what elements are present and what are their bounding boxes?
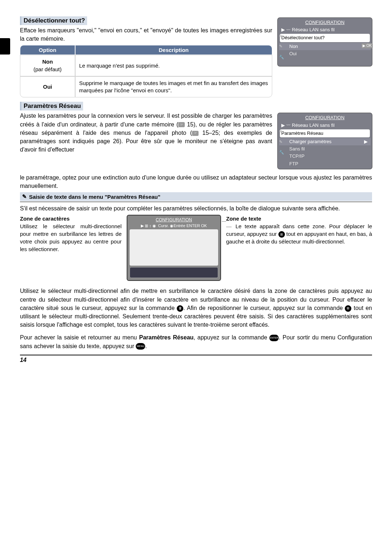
menu1-title: CONFIGURATION [279,19,371,26]
menu-icon: MENU [136,343,145,350]
network-body2: le paramétrage, optez pour une extinctio… [20,173,372,190]
desc-oui: Supprime le marquage de toutes les image… [75,76,272,98]
menu2-sub: ▶ 〰 Réseau LAN sans fil [279,122,371,129]
network-body1: Ajuste les paramètres pour la connexion … [20,112,272,154]
opt-non-bold: Non [42,59,53,65]
menu2-inner: Paramètres Réseau [280,129,370,137]
note-title-text: Saisie de texte dans le menu "Paramètres… [29,194,160,200]
entry-text-area [130,267,218,278]
camera-menu-deselect: CONFIGURATION ▶ 〰 Réseau LAN sans fil Dé… [278,18,372,66]
zone-char-title: Zone de caractères [20,215,70,222]
menu2-item-tcpip: TCP/IP [279,153,371,160]
menu2-item-load: Charger paramètres▶ [279,138,371,145]
note-intro: S'il est nécessaire de saisir un texte p… [20,204,372,213]
opt-non-sub: (par défaut) [33,66,62,72]
text-entry-dialog: CONFIGURATION ▶ ⊞ ↕ ◉ Cursr. ◉Entrée ENT… [127,215,221,281]
heading-deselect: Désélectionner tout? [20,16,87,25]
note-body4: Pour achever la saisie et retourner au m… [20,333,372,350]
opt-oui: Oui [20,76,75,98]
menu1-sub: ▶ 〰 Réseau LAN sans fil [279,27,371,33]
bold-params: Paramètres Réseau [139,334,193,340]
thumb-icon-2: ⊞ [345,305,351,312]
heading-network: Paramètres Réseau [20,102,83,110]
menu2-item-wifi: Sans fil [279,145,371,153]
options-table: Option Description Non (par défaut) Le m… [20,45,272,97]
deselect-body: Efface les marqueurs "envoi," "envoi en … [20,26,272,43]
th-description: Description [75,45,272,55]
th-option: Option [20,45,75,55]
menu1-inner: Désélectionner tout? [280,34,370,42]
enter-icon: ENTER [269,335,279,341]
ok-badge: ▶ OK [362,43,373,48]
zone-char-body: Utilisez le sélecteur multi-directionnel… [20,223,122,252]
menu2-side-icons: ◉✎🔧 [279,128,284,155]
menu1-item-oui: Oui [279,50,371,57]
page-ref-icon-2: ☞ [192,131,199,136]
side-tab [0,38,10,55]
entry-char-area [130,229,218,266]
desc-non: Le marquage n'est pas supprimé. [75,55,272,76]
zone-text-title: Zone de texte [226,215,261,222]
page-ref-icon: ☞ [178,122,185,127]
zone-text-body: Le texte apparaît dans cette zone. Pour … [226,223,372,245]
menu2-title: CONFIGURATION [279,114,371,121]
camera-menu-network: CONFIGURATION ▶ 〰 Réseau LAN sans fil Pa… [278,113,372,169]
menu1-item-non: Non▶ OK [279,43,371,50]
opt-non: Non (par défaut) [20,55,75,76]
note-heading: ✎ Saisie de texte dans le menu "Paramètr… [20,192,372,201]
menu1-blank [279,57,371,65]
trash-icon: 🗑 [177,305,183,312]
entry-hint: ▶ ⊞ ↕ ◉ Cursr. ◉Entrée ENTER OK [129,223,219,229]
menu2-item-ftp: FTP [279,160,371,168]
page-number: 14 [20,355,372,363]
menu1-side-icons: ◉✎🔧 [279,33,284,60]
pencil-icon: ✎ [22,193,27,200]
note-body3: Utilisez le sélecteur multi-directionnel… [20,287,372,329]
thumb-icon: ⊞ [278,231,285,238]
entry-title: CONFIGURATION [129,217,219,223]
